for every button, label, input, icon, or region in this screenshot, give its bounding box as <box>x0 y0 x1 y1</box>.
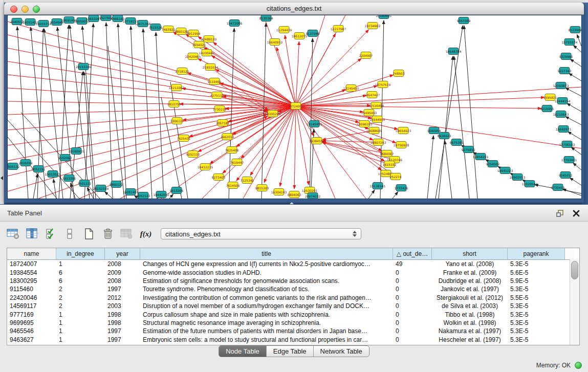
cell-title[interactable]: Structural magnetic resonance image aver… <box>140 319 393 326</box>
network-canvas[interactable]: 2040513160514021405571490549442069140616… <box>7 15 582 199</box>
cell-title[interactable]: Investigating the contribution of common… <box>140 294 393 301</box>
cell-name[interactable]: 9777169 <box>7 311 56 318</box>
close-window-button[interactable] <box>10 6 17 13</box>
cell-title[interactable]: Embryonic stem cells: a model to study s… <box>140 336 393 343</box>
cell-name[interactable]: 18724007 <box>7 260 56 268</box>
table-row[interactable]: 977716911998Corpus callosum shape and si… <box>7 310 579 318</box>
cell-year[interactable]: 2009 <box>105 269 140 276</box>
table-row[interactable]: 969969511998Structural magnetic resonanc… <box>7 319 579 327</box>
column-header-in_degree[interactable]: in_degree <box>56 248 105 259</box>
cell-pagerank[interactable]: 5.3E-5 <box>508 319 565 326</box>
table-row[interactable]: 911546021997Tourette syndrome. Phenomeno… <box>7 285 579 293</box>
cell-out_degree[interactable]: 0 <box>393 327 432 335</box>
cell-out_degree[interactable]: 0 <box>393 336 432 343</box>
column-visibility-button[interactable] <box>25 227 39 240</box>
deselect-all-button[interactable] <box>63 227 77 240</box>
column-header-name[interactable]: name <box>7 248 56 259</box>
cell-short[interactable]: Dudbridge et al. (2008) <box>432 277 508 285</box>
scrollbar-thumb[interactable] <box>571 261 578 279</box>
cell-title[interactable]: Estimation of the future numbers of pati… <box>140 327 393 335</box>
cell-pagerank[interactable]: 5.3E-5 <box>508 302 565 310</box>
column-header-short[interactable]: short <box>432 248 508 259</box>
table-row[interactable]: 1830029562008Estimation of significance … <box>7 277 579 285</box>
cell-in_degree[interactable]: 2 <box>56 294 105 301</box>
cell-in_degree[interactable]: 6 <box>56 269 105 276</box>
network-window-titlebar[interactable]: citations_edges.txt <box>4 3 584 15</box>
cell-year[interactable]: 2008 <box>105 277 140 285</box>
cell-name[interactable]: 14569117 <box>7 302 56 310</box>
cell-year[interactable]: 1997 <box>105 336 140 343</box>
cell-out_degree[interactable]: 0 <box>393 311 432 318</box>
table-row[interactable]: 1872400712008Changes of HCN gene express… <box>7 260 579 268</box>
memory-status-indicator[interactable] <box>575 362 582 369</box>
select-all-button[interactable] <box>44 227 58 240</box>
cell-in_degree[interactable]: 1 <box>56 327 105 335</box>
cell-title[interactable]: Corpus callosum shape and size in male p… <box>140 311 393 318</box>
table-row[interactable]: 1938455462009Genome-wide association stu… <box>7 268 579 276</box>
column-header-title[interactable]: title <box>140 248 393 259</box>
cell-short[interactable]: Franke et al. (2009) <box>432 269 508 276</box>
cell-pagerank[interactable]: 5.3E-5 <box>508 311 565 318</box>
cell-name[interactable]: 22420046 <box>7 294 56 301</box>
function-builder-button[interactable]: f(x) <box>139 227 153 240</box>
column-header-year[interactable]: year <box>105 248 140 259</box>
table-mode-button[interactable] <box>6 227 20 240</box>
cell-year[interactable]: 2003 <box>105 302 140 310</box>
cell-year[interactable]: 1997 <box>105 327 140 335</box>
table-row[interactable]: 2242004622012Investigating the contribut… <box>7 294 579 302</box>
collapsed-side-panel[interactable] <box>0 0 4 204</box>
cell-name[interactable]: 19384554 <box>7 269 56 276</box>
tab-node-table[interactable]: Node Table <box>219 346 266 357</box>
delete-table-button[interactable] <box>120 227 134 240</box>
cell-name[interactable]: 9463627 <box>7 336 56 343</box>
cell-pagerank[interactable]: 5.3E-5 <box>508 336 565 343</box>
cell-in_degree[interactable]: 1 <box>56 311 105 318</box>
table-row[interactable]: 1456911722003Disruption of a novel membe… <box>7 302 579 310</box>
float-panel-icon[interactable] <box>555 209 564 218</box>
cell-short[interactable]: Hescheler et al. (1997) <box>432 336 508 343</box>
table-select-dropdown[interactable]: citations_edges.txt <box>161 228 361 239</box>
cell-in_degree[interactable]: 1 <box>56 319 105 326</box>
cell-short[interactable]: de Silva et al. (2003) <box>432 302 508 310</box>
cell-name[interactable]: 9465546 <box>7 327 56 335</box>
network-graph-svg[interactable]: 2040513160514021405571490549442069140616… <box>8 15 581 199</box>
cell-pagerank[interactable]: 5.3E-5 <box>508 260 565 268</box>
cell-out_degree[interactable]: 0 <box>393 269 432 276</box>
cell-name[interactable]: 9115460 <box>7 286 56 293</box>
tab-network-table[interactable]: Network Table <box>313 346 369 357</box>
cell-name[interactable]: 18300295 <box>7 277 56 285</box>
cell-title[interactable]: Tourette syndrome. Phenomenology and cla… <box>140 286 393 293</box>
cell-pagerank[interactable]: 5.5E-5 <box>508 294 565 301</box>
cell-out_degree[interactable]: 0 <box>393 302 432 310</box>
delete-column-button[interactable] <box>101 227 115 240</box>
panel-collapse-arrow-icon[interactable] <box>1 176 3 180</box>
cell-year[interactable]: 1998 <box>105 319 140 326</box>
cell-out_degree[interactable]: 49 <box>393 260 432 268</box>
column-header-out_degree[interactable]: △ out_de… <box>393 248 432 259</box>
cell-in_degree[interactable]: 1 <box>56 260 105 268</box>
cell-out_degree[interactable]: 0 <box>393 294 432 301</box>
cell-short[interactable]: Yano et al. (2008) <box>432 260 508 268</box>
cell-short[interactable]: Stergiakouli et al. (2012) <box>432 294 508 301</box>
cell-year[interactable]: 2008 <box>105 260 140 268</box>
cell-name[interactable]: 9699695 <box>7 319 56 326</box>
close-panel-icon[interactable] <box>572 209 581 218</box>
cell-in_degree[interactable]: 1 <box>56 336 105 343</box>
tab-edge-table[interactable]: Edge Table <box>266 346 313 357</box>
cell-title[interactable]: Genome-wide association studies in ADHD. <box>140 269 393 276</box>
cell-in_degree[interactable]: 6 <box>56 277 105 285</box>
cell-pagerank[interactable]: 5.6E-5 <box>508 269 565 276</box>
cell-title[interactable]: Changes of HCN gene expression and I(f) … <box>140 260 393 268</box>
table-row[interactable]: 946554611997Estimation of the future num… <box>7 327 579 335</box>
cell-title[interactable]: Estimation of significance thresholds fo… <box>140 277 393 285</box>
cell-year[interactable]: 1998 <box>105 311 140 318</box>
cell-short[interactable]: Nakamura et al. (1997) <box>432 327 508 335</box>
cell-pagerank[interactable]: 5.9E-5 <box>508 277 565 285</box>
cell-out_degree[interactable]: 0 <box>393 277 432 285</box>
cell-out_degree[interactable]: 0 <box>393 286 432 293</box>
cell-short[interactable]: Wolkin et al. (1998) <box>432 319 508 326</box>
new-column-button[interactable] <box>82 227 96 240</box>
minimize-window-button[interactable] <box>21 6 29 13</box>
cell-out_degree[interactable]: 0 <box>393 319 432 326</box>
cell-in_degree[interactable]: 2 <box>56 286 105 293</box>
